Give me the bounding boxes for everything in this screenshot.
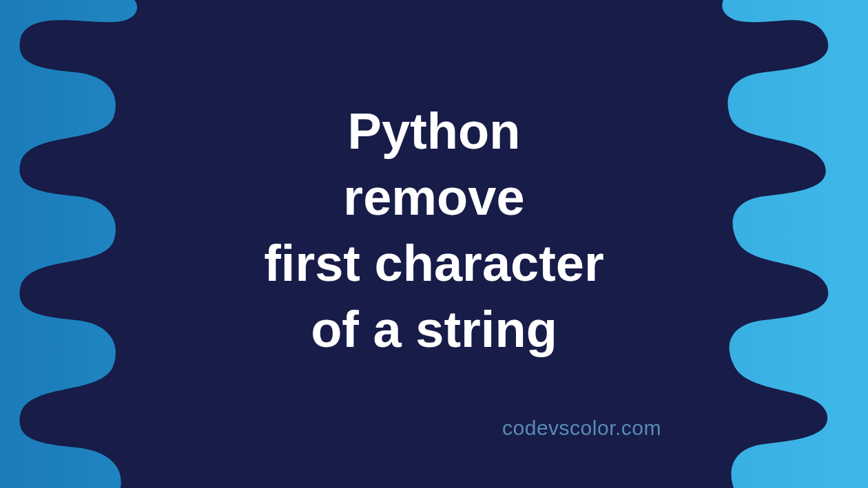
title-line-4: of a string <box>264 297 604 363</box>
title-line-1: Python <box>264 98 604 165</box>
title-line-2: remove <box>264 165 604 231</box>
credit-text: codevscolor.com <box>502 416 661 440</box>
banner-title: Python remove first character of a strin… <box>264 98 604 363</box>
banner-container: Python remove first character of a strin… <box>0 0 868 488</box>
title-line-3: first character <box>264 231 604 297</box>
